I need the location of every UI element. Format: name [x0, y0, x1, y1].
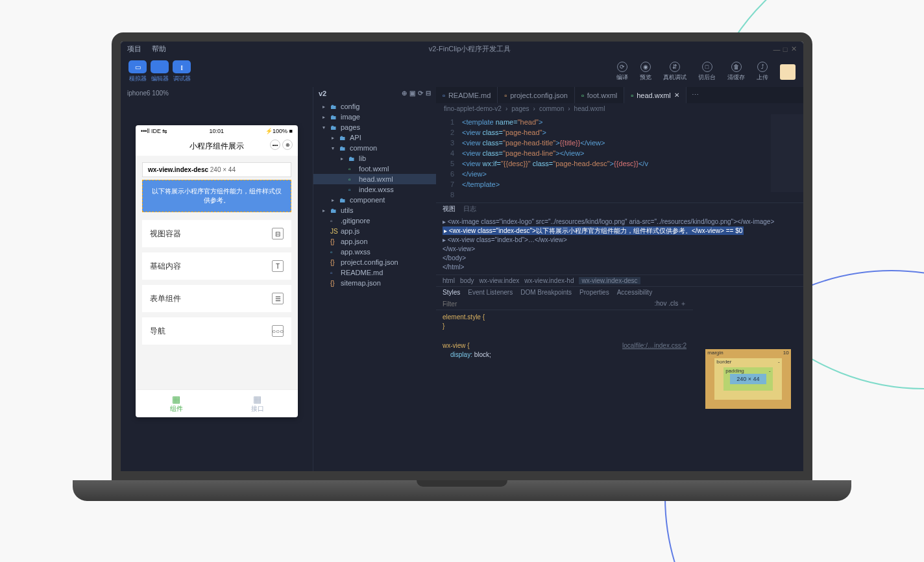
- style-tab[interactable]: Event Listeners: [468, 289, 513, 296]
- tree-item-pages[interactable]: ▾🖿pages: [313, 122, 436, 132]
- dom-tree[interactable]: ▸ <wx-image class="index-logo" src="../r…: [436, 215, 803, 275]
- tree-item-API[interactable]: ▸🖿API: [313, 132, 436, 143]
- tree-item-app.wxss[interactable]: ▫app.wxss: [313, 247, 436, 257]
- tab-project.config.json[interactable]: ▫project.config.json: [498, 87, 575, 103]
- tree-item-common[interactable]: ▾🖿common: [313, 143, 436, 153]
- new-folder-icon[interactable]: ▣: [409, 90, 415, 97]
- status-signal: •••ll IDE ⇋: [141, 128, 167, 134]
- menu-project[interactable]: 项目: [127, 44, 141, 54]
- dom-path-item[interactable]: body: [460, 277, 474, 284]
- close-icon[interactable]: ✕: [790, 46, 797, 53]
- styles-filter-input[interactable]: [443, 299, 655, 308]
- devtools: 视图日志 ▸ <wx-image class="index-logo" src=…: [436, 202, 803, 471]
- menu-help[interactable]: 帮助: [152, 44, 166, 54]
- tree-item-app.js[interactable]: JSapp.js: [313, 226, 436, 236]
- crumb-item[interactable]: pages: [511, 105, 529, 112]
- toolbar-清缓存[interactable]: 🗑清缓存: [727, 62, 745, 82]
- tree-item-app.json[interactable]: {}app.json: [313, 236, 436, 247]
- highlighted-element[interactable]: 以下将展示小程序官方组件能力，组件样式仅供参考。: [142, 180, 291, 212]
- camera-dot: [460, 36, 464, 40]
- tab-head.wxml[interactable]: ▫head.wxml✕: [624, 87, 686, 103]
- bm-margin-val: 10: [783, 350, 789, 356]
- minimap[interactable]: [771, 114, 803, 192]
- tree-item-foot.wxml[interactable]: ▫foot.wxml: [313, 164, 436, 174]
- window-controls: — □ ✕: [773, 46, 797, 53]
- menubar: 项目 帮助 v2-FinClip小程序开发工具 — □ ✕: [121, 42, 803, 56]
- box-model: margin 10 border - padding - 240 × 44: [693, 287, 803, 471]
- dom-path-item[interactable]: wx-view.index-hd: [524, 277, 574, 284]
- list-item[interactable]: 基础内容T: [142, 252, 291, 280]
- devtools-tabs: 视图日志: [436, 203, 803, 215]
- close-app-icon[interactable]: ⊗: [282, 140, 293, 150]
- app-title-text: 小程序组件展示: [189, 141, 244, 151]
- tab-foot.wxml[interactable]: ▫foot.wxml: [575, 87, 624, 103]
- inspect-tooltip: wx-view.index-desc 240 × 44: [142, 162, 291, 177]
- tab-README.md[interactable]: ▫README.md: [436, 87, 498, 103]
- toolbar-真机调试[interactable]: ⇵真机调试: [663, 62, 687, 82]
- list-item[interactable]: 导航○○○: [142, 317, 291, 345]
- phone-tab[interactable]: ▦接口: [217, 390, 298, 417]
- hov-toggle[interactable]: :hov .cls ＋: [655, 299, 687, 308]
- refresh-icon[interactable]: ⟳: [418, 90, 423, 97]
- editor-tabs: ▫README.md▫project.config.json▫foot.wxml…: [436, 87, 803, 103]
- bm-border-val: -: [778, 359, 780, 365]
- toolbar-切后台[interactable]: □切后台: [698, 62, 716, 82]
- toolbar-编辑器[interactable]: 编辑器: [151, 60, 169, 83]
- toolbar-调试器[interactable]: ⫿调试器: [173, 60, 191, 83]
- toolbar-上传[interactable]: ⤴上传: [757, 62, 768, 82]
- dt-tab[interactable]: 日志: [463, 204, 476, 214]
- dom-path-item[interactable]: wx-view.index-desc: [579, 277, 640, 284]
- tab-close-icon[interactable]: ✕: [674, 92, 679, 99]
- crumb-item[interactable]: fino-applet-demo-v2: [444, 105, 502, 112]
- phone-tab[interactable]: ▦组件: [136, 390, 217, 417]
- tree-item-image[interactable]: ▸🖿image: [313, 112, 436, 122]
- maximize-icon[interactable]: □: [782, 46, 788, 53]
- tab-more-icon[interactable]: ⋯: [687, 87, 704, 103]
- dom-path-item[interactable]: html: [443, 277, 455, 284]
- tree-item-config[interactable]: ▸🖿config: [313, 101, 436, 112]
- style-tab[interactable]: Styles: [443, 289, 460, 296]
- toolbar-模拟器[interactable]: ▭模拟器: [128, 60, 147, 83]
- bm-padding-val: -: [769, 368, 771, 374]
- crumb-item[interactable]: common: [539, 105, 564, 112]
- tree-item-README.md[interactable]: ▫README.md: [313, 267, 436, 278]
- list-item[interactable]: 表单组件☰: [142, 285, 291, 312]
- editor-area: ▫README.md▫project.config.json▫foot.wxml…: [436, 87, 803, 471]
- css-rule[interactable]: element.style {}: [436, 310, 693, 334]
- tree-item-.gitignore[interactable]: ▫.gitignore: [313, 215, 436, 226]
- bm-margin-label: margin: [707, 350, 723, 356]
- avatar[interactable]: [780, 64, 796, 80]
- dt-tab[interactable]: 视图: [443, 204, 456, 214]
- tooltip-selector: wx-view.index-desc: [148, 166, 208, 173]
- ide-window: 项目 帮助 v2-FinClip小程序开发工具 — □ ✕ ▭模拟器编辑器⫿调试…: [121, 42, 803, 471]
- toolbar-预览[interactable]: ◉预览: [640, 62, 651, 82]
- code-editor[interactable]: 1<template name="head">2 <view class="pa…: [436, 114, 803, 202]
- crumb-item[interactable]: head.wxml: [574, 105, 605, 112]
- file-explorer: v2 ⊕ ▣ ⟳ ⊟ ▸🖿config▸🖿image▾🖿pages▸🖿API▾🖿…: [313, 87, 436, 471]
- tree-item-project.config.json[interactable]: {}project.config.json: [313, 257, 436, 267]
- new-file-icon[interactable]: ⊕: [402, 90, 407, 97]
- status-battery: ⚡100% ■: [265, 128, 293, 134]
- style-tab[interactable]: Properties: [579, 289, 609, 296]
- css-rule[interactable]: localfile:/…index.css:2wx-view {display:…: [436, 339, 693, 362]
- toolbar-编译[interactable]: ⟳编译: [616, 62, 628, 82]
- menu-icon[interactable]: •••: [270, 140, 280, 150]
- css-rule[interactable]: </span><div class="css-sel">.index-desc …: [436, 334, 693, 339]
- tree-item-component[interactable]: ▸🖿component: [313, 195, 436, 205]
- tree-item-head.wxml[interactable]: ▫head.wxml: [313, 174, 436, 184]
- tree-item-index.wxss[interactable]: ▫index.wxss: [313, 184, 436, 195]
- style-tab[interactable]: Accessibility: [617, 289, 652, 296]
- tree-item-lib[interactable]: ▸🖿lib: [313, 153, 436, 164]
- explorer-root[interactable]: v2: [319, 90, 326, 97]
- minimize-icon[interactable]: —: [773, 46, 780, 53]
- tree-item-sitemap.json[interactable]: {}sitemap.json: [313, 278, 436, 288]
- collapse-icon[interactable]: ⊟: [426, 90, 431, 97]
- device-label: iphone6 100%: [121, 87, 313, 99]
- phone-statusbar: •••ll IDE ⇋ 10:01 ⚡100% ■: [136, 125, 298, 137]
- phone-tabbar: ▦组件▦接口: [136, 389, 298, 417]
- list-item[interactable]: 视图容器⊟: [142, 220, 291, 247]
- window-title: v2-FinClip小程序开发工具: [176, 44, 763, 54]
- style-tab[interactable]: DOM Breakpoints: [520, 289, 572, 296]
- dom-path-item[interactable]: wx-view.index: [480, 277, 520, 284]
- tree-item-utils[interactable]: ▸🖿utils: [313, 205, 436, 215]
